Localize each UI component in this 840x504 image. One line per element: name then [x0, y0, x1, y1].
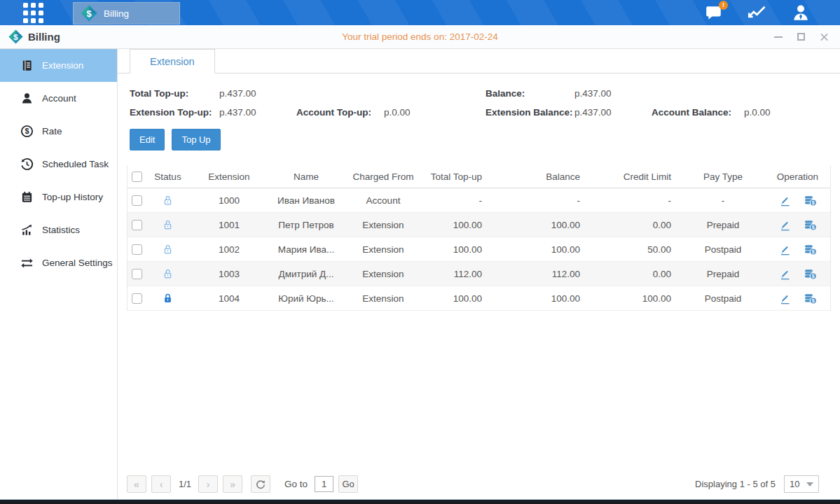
maximize-icon[interactable]: [797, 32, 806, 41]
cell-pay-type: -: [681, 195, 765, 206]
sidebar-item-topup-history[interactable]: Top-up History: [0, 181, 117, 214]
top-up-coins-icon[interactable]: $: [804, 219, 817, 231]
top-up-coins-icon[interactable]: $: [804, 244, 817, 255]
col-status: Status: [149, 172, 187, 182]
cell-credit-limit: 50.00: [590, 244, 681, 255]
row-checkbox[interactable]: [132, 293, 142, 304]
sidebar-item-label: Account: [42, 93, 76, 104]
journal-icon: [20, 59, 34, 72]
sidebar-item-general-settings[interactable]: General Settings: [0, 246, 117, 279]
col-total-topup: Total Top-up: [425, 172, 492, 182]
cell-charged-from: Extension: [341, 269, 425, 279]
table-row: 1000Иван ИвановAccount----$: [128, 188, 830, 213]
cell-balance: -: [492, 195, 590, 206]
svg-text:$: $: [811, 273, 814, 279]
close-icon[interactable]: [820, 32, 829, 41]
col-balance: Balance: [492, 172, 590, 182]
status-lock-icon[interactable]: [149, 244, 187, 255]
row-checkbox[interactable]: [132, 220, 142, 230]
app-grid-icon[interactable]: [23, 3, 43, 23]
edit-pencil-icon[interactable]: [779, 293, 791, 304]
messages-icon[interactable]: !: [704, 4, 724, 22]
user-account-icon[interactable]: [791, 4, 811, 22]
cell-charged-from: Extension: [341, 244, 425, 255]
ledger-icon: [20, 190, 34, 204]
goto-label: Go to: [284, 479, 308, 489]
refresh-icon[interactable]: [251, 475, 270, 493]
cell-charged-from: Extension: [341, 220, 425, 230]
cell-credit-limit: -: [590, 195, 681, 206]
svg-text:$: $: [811, 200, 814, 205]
top-up-coins-icon[interactable]: $: [804, 268, 817, 280]
status-lock-icon[interactable]: [149, 219, 187, 231]
svg-text:$: $: [25, 127, 29, 135]
cell-balance: 100.00: [492, 293, 590, 304]
cell-credit-limit: 0.00: [590, 269, 681, 279]
minimize-icon[interactable]: [773, 32, 783, 41]
desktop-edge: [0, 500, 840, 504]
first-page-button[interactable]: «: [127, 475, 146, 493]
table-row: 1001Петр ПетровExtension100.00100.000.00…: [128, 213, 830, 237]
edit-pencil-icon[interactable]: [779, 195, 791, 206]
cell-extension: 1004: [187, 293, 271, 304]
edit-pencil-icon[interactable]: [779, 268, 791, 280]
col-operation: Operation: [765, 172, 830, 182]
sidebar-item-statistics[interactable]: Statistics: [0, 214, 117, 246]
edit-pencil-icon[interactable]: [779, 244, 791, 255]
edit-pencil-icon[interactable]: [779, 219, 791, 231]
extension-balance-label: Extension Balance:: [486, 107, 574, 118]
edit-button[interactable]: Edit: [130, 129, 165, 150]
status-lock-icon[interactable]: [149, 268, 187, 280]
cell-total-topup: 100.00: [425, 293, 492, 304]
sliders-icon: [20, 256, 34, 270]
row-checkbox[interactable]: [132, 195, 142, 206]
cell-pay-type: Postpaid: [681, 244, 765, 255]
table-header: Status Extension Name Charged From Total…: [128, 165, 830, 188]
top-up-coins-icon[interactable]: $: [804, 195, 817, 206]
window-title: Billing: [28, 31, 60, 43]
cell-total-topup: 112.00: [425, 269, 492, 279]
chevron-down-icon: [806, 482, 813, 486]
last-page-button[interactable]: »: [223, 475, 242, 493]
select-all-checkbox[interactable]: [132, 172, 142, 182]
top-up-button[interactable]: Top Up: [172, 129, 220, 150]
person-icon: [20, 92, 34, 105]
svg-text:$: $: [811, 298, 814, 303]
cell-name: Юрий Юрь...: [271, 293, 341, 304]
prev-page-button[interactable]: ‹: [151, 475, 171, 493]
sidebar-item-rate[interactable]: $ Rate: [0, 115, 117, 148]
page-size-select[interactable]: 10: [784, 475, 819, 493]
go-button[interactable]: Go: [338, 475, 358, 493]
sidebar-item-account[interactable]: Account: [0, 82, 117, 115]
table-row: 1004Юрий Юрь...Extension100.00100.00100.…: [128, 286, 830, 311]
row-checkbox[interactable]: [132, 244, 142, 255]
table-row: 1002Мария Ива...Extension100.00100.0050.…: [128, 237, 830, 262]
top-up-coins-icon[interactable]: $: [804, 293, 817, 304]
col-charged-from: Charged From: [341, 172, 425, 182]
extension-topup-label: Extension Top-up:: [130, 107, 219, 118]
total-topup-value: p.437.00: [219, 88, 296, 99]
sidebar-item-label: Top-up History: [42, 192, 103, 202]
next-page-button[interactable]: ›: [198, 475, 218, 493]
page-size-value: 10: [790, 479, 799, 489]
cell-pay-type: Prepaid: [681, 220, 765, 230]
status-lock-icon[interactable]: [149, 293, 187, 304]
cell-extension: 1003: [187, 269, 271, 279]
sidebar-item-scheduled-task[interactable]: Scheduled Task: [0, 148, 117, 181]
cell-name: Петр Петров: [271, 220, 341, 230]
goto-page-input[interactable]: [315, 476, 333, 492]
cell-balance: 100.00: [492, 220, 590, 230]
taskbar-tab-billing[interactable]: $ Billing: [73, 2, 180, 24]
status-lock-icon[interactable]: [149, 195, 187, 206]
bar-chart-icon: [20, 223, 34, 237]
tab-extension[interactable]: Extension: [130, 49, 215, 74]
cell-credit-limit: 100.00: [590, 293, 681, 304]
sidebar-item-extension[interactable]: Extension: [0, 49, 117, 82]
row-checkbox[interactable]: [132, 269, 142, 279]
reports-chart-icon[interactable]: [748, 4, 767, 22]
col-name: Name: [271, 172, 341, 182]
trial-notice: Your trial period ends on: 2017-02-24: [342, 31, 497, 42]
extension-topup-value: p.437.00: [219, 107, 296, 118]
account-balance-label: Account Balance:: [652, 107, 744, 118]
svg-text:$: $: [811, 248, 814, 254]
